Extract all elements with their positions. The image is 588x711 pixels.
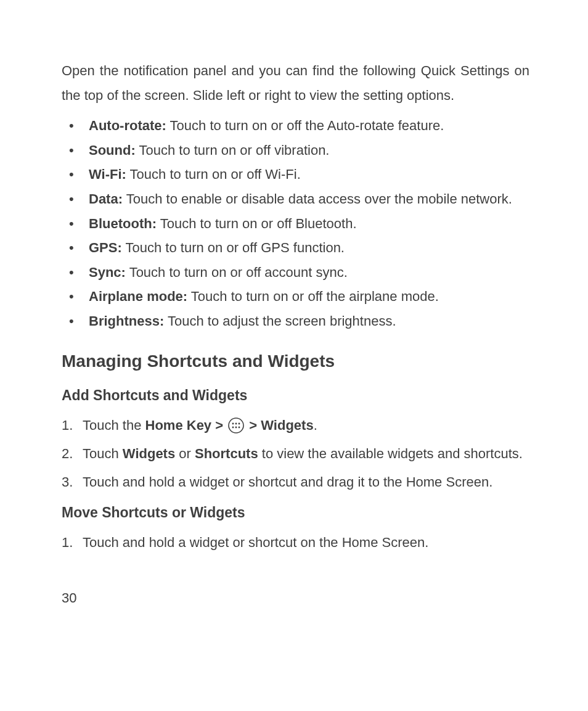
intro-paragraph: Open the notification panel and you can … <box>62 59 529 107</box>
step-bold: Shortcuts <box>195 446 258 461</box>
item-label: Sound: <box>89 142 136 158</box>
step-bold: > Widgets <box>245 417 313 433</box>
item-label: Sync: <box>89 265 126 280</box>
list-item: Sound: Touch to turn on or off vibration… <box>62 138 529 163</box>
step-text: . <box>314 417 317 433</box>
heading-move: Move Shortcuts or Widgets <box>62 500 529 525</box>
move-steps-list: Touch and hold a widget or shortcut on t… <box>62 530 529 555</box>
list-item: Touch and hold a widget or shortcut on t… <box>62 530 529 555</box>
list-item: GPS: Touch to turn on or off GPS functio… <box>62 236 529 260</box>
step-bold: Widgets <box>123 446 175 461</box>
svg-point-2 <box>235 423 237 425</box>
svg-point-1 <box>232 423 234 425</box>
item-label: Brightness: <box>89 313 164 329</box>
list-item: Airplane mode: Touch to turn on or off t… <box>62 284 529 309</box>
list-item: Touch and hold a widget or shortcut and … <box>62 470 529 495</box>
item-desc: Touch to adjust the screen brightness. <box>164 313 396 329</box>
list-item: Touch the Home Key > > Widgets. <box>62 413 529 438</box>
item-desc: Touch to turn on or off GPS function. <box>122 240 345 255</box>
list-item: Touch Widgets or Shortcuts to view the a… <box>62 442 529 466</box>
svg-point-4 <box>232 427 234 429</box>
item-desc: Touch to enable or disable data access o… <box>123 191 512 207</box>
list-item: Sync: Touch to turn on or off account sy… <box>62 260 529 285</box>
step-text: Touch the <box>83 417 145 433</box>
item-desc: Touch to turn on or off the airplane mod… <box>187 289 439 304</box>
svg-point-5 <box>235 427 237 429</box>
item-label: Auto-rotate: <box>89 118 166 133</box>
step-text: to view the available widgets and shortc… <box>258 446 523 461</box>
apps-grid-icon <box>228 417 244 434</box>
item-label: Wi-Fi: <box>89 166 126 182</box>
heading-managing: Managing Shortcuts and Widgets <box>62 346 529 377</box>
item-desc: Touch to turn on or off Bluetooth. <box>157 216 357 231</box>
svg-point-0 <box>229 418 243 433</box>
item-desc: Touch to turn on or off the Auto-rotate … <box>166 118 444 133</box>
item-label: Airplane mode: <box>89 289 187 304</box>
step-text: Touch and hold a widget or shortcut and … <box>83 474 492 490</box>
add-steps-list: Touch the Home Key > > Widgets. Touch Wi… <box>62 413 529 494</box>
item-desc: Touch to turn on or off account sync. <box>126 265 348 280</box>
item-desc: Touch to turn on or off vibration. <box>136 142 330 158</box>
item-label: Bluetooth: <box>89 216 157 231</box>
step-text: Touch and hold a widget or shortcut on t… <box>83 535 428 550</box>
list-item: Data: Touch to enable or disable data ac… <box>62 187 529 212</box>
list-item: Brightness: Touch to adjust the screen b… <box>62 309 529 334</box>
list-item: Auto-rotate: Touch to turn on or off the… <box>62 113 529 138</box>
item-label: Data: <box>89 191 123 207</box>
heading-add: Add Shortcuts and Widgets <box>62 383 529 408</box>
step-text: or <box>175 446 195 461</box>
svg-point-6 <box>239 427 240 429</box>
item-label: GPS: <box>89 240 122 255</box>
step-text: Touch <box>83 446 123 461</box>
list-item: Bluetooth: Touch to turn on or off Bluet… <box>62 212 529 236</box>
list-item: Wi-Fi: Touch to turn on or off Wi-Fi. <box>62 162 529 187</box>
svg-point-3 <box>239 423 240 425</box>
item-desc: Touch to turn on or off Wi-Fi. <box>126 166 301 182</box>
step-bold: Home Key > <box>145 417 227 433</box>
page-number: 30 <box>62 586 529 610</box>
quick-settings-list: Auto-rotate: Touch to turn on or off the… <box>62 113 529 333</box>
